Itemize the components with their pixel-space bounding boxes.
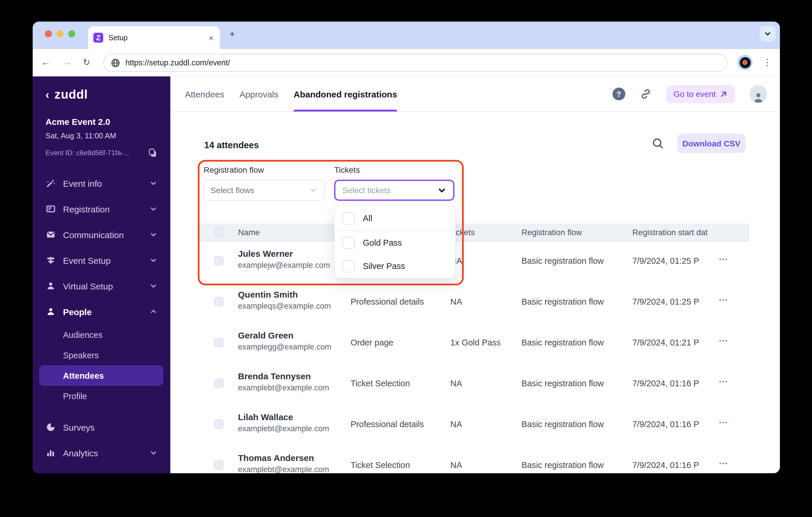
sidebar-item-people[interactable]: People <box>33 299 170 324</box>
table-row[interactable]: Thomas Andersenexamplebt@example.com Tic… <box>198 445 750 473</box>
browser-menu-button[interactable]: ⋮ <box>763 49 772 76</box>
user-avatar[interactable] <box>750 85 767 103</box>
sidebar-item-profile[interactable]: Profile <box>33 386 170 406</box>
minimize-window-button[interactable] <box>57 30 64 37</box>
chevron-up-icon <box>150 308 157 315</box>
go-to-event-button[interactable]: Go to event <box>666 85 735 103</box>
sidebar-item-event-setup[interactable]: Event Setup <box>33 248 170 273</box>
tab-close-icon[interactable]: × <box>209 33 213 42</box>
row-menu-button[interactable]: ••• <box>719 256 728 262</box>
url-text: https://setup.zuddl.com/event/ <box>125 58 230 67</box>
bar-chart-icon <box>46 448 55 458</box>
row-menu-button[interactable]: ••• <box>719 420 728 425</box>
tickets-filter-label: Tickets <box>334 165 360 174</box>
sidebar-collapse-chevron[interactable]: ‹ <box>46 89 49 102</box>
tickets-option-gold-pass[interactable]: Gold Pass <box>335 231 455 254</box>
new-tab-button[interactable]: + <box>229 29 235 40</box>
column-header-registration-flow[interactable]: Registration flow <box>522 224 582 241</box>
sidebar-item-surveys[interactable]: Surveys <box>33 414 170 440</box>
attendee-email: examplebt@example.com <box>238 465 329 473</box>
tab-attendees[interactable]: Attendees <box>185 77 224 111</box>
row-checkbox[interactable] <box>214 338 224 347</box>
back-button[interactable]: ← <box>41 49 51 76</box>
chevron-down-icon <box>150 449 157 456</box>
tab-abandoned-registrations[interactable]: Abandoned registrations <box>294 77 397 111</box>
sidebar-item-speakers[interactable]: Speakers <box>33 345 170 365</box>
tab-search-chevron-button[interactable] <box>759 26 776 41</box>
sidebar-item-label: Surveys <box>63 422 94 432</box>
drop-off-cell: Professional details <box>351 420 424 429</box>
table-row[interactable]: Quentin Smithexampleqs@example.com Profe… <box>198 282 750 323</box>
checkbox[interactable] <box>342 212 355 224</box>
row-menu-button[interactable]: ••• <box>719 460 728 466</box>
search-icon[interactable] <box>651 137 664 150</box>
drop-off-cell: Professional details <box>351 297 424 306</box>
registration-flow-cell: Basic registration flow <box>522 297 604 306</box>
copy-icon[interactable] <box>148 148 157 157</box>
table-row[interactable]: Brenda Tennysenexamplebt@example.com Tic… <box>198 364 750 404</box>
row-checkbox[interactable] <box>214 460 224 470</box>
registration-flow-placeholder: Select flows <box>210 185 254 195</box>
attendee-list-panel: 14 attendees Download CSV Name Tickets R… <box>170 112 780 473</box>
sidebar-item-communication[interactable]: Communication <box>33 222 170 248</box>
browser-tab[interactable]: Z Setup × <box>88 26 220 49</box>
close-window-button[interactable] <box>45 30 52 37</box>
checkbox[interactable] <box>342 260 355 272</box>
column-header-registration-start-date[interactable]: Registration start dat <box>632 224 721 241</box>
column-header-name[interactable]: Name <box>238 224 260 241</box>
attendee-count: 14 attendees <box>204 140 259 150</box>
registration-start-cell: 7/9/2024, 01:21 P <box>632 338 720 347</box>
zuddl-favicon-icon: Z <box>93 33 103 42</box>
attendee-name: Lilah Wallace <box>238 412 329 422</box>
select-all-checkbox[interactable] <box>214 228 224 237</box>
registration-start-cell: 7/9/2024, 01:16 P <box>632 379 720 388</box>
reload-button[interactable]: ↻ <box>83 49 90 76</box>
table-row[interactable]: Gerald Greenexamplegg@example.com Order … <box>198 323 750 364</box>
person-icon <box>753 92 764 103</box>
sidebar-item-attendees[interactable]: Attendees <box>39 365 163 386</box>
drop-off-cell: Ticket Selection <box>351 379 410 388</box>
row-checkbox[interactable] <box>214 256 224 265</box>
tickets-cell: NA <box>450 460 462 470</box>
chevron-down-icon <box>309 186 317 194</box>
drop-off-cell: Order page <box>351 338 394 347</box>
mail-icon <box>46 230 55 239</box>
row-menu-button[interactable]: ••• <box>719 338 728 344</box>
row-checkbox[interactable] <box>214 420 224 429</box>
sidebar-item-analytics[interactable]: Analytics <box>33 440 170 466</box>
sidebar-item-label: Communication <box>63 230 124 239</box>
tickets-option-silver-pass[interactable]: Silver Pass <box>335 254 455 278</box>
registration-start-cell: 7/9/2024, 01:25 P <box>632 297 720 306</box>
tickets-select[interactable]: Select tickets <box>334 180 455 201</box>
attendee-email: examplebt@example.com <box>238 424 329 433</box>
external-arrow-icon <box>720 90 727 98</box>
sidebar-item-audiences[interactable]: Audiences <box>33 324 170 345</box>
sidebar-item-label: Event info <box>63 178 102 188</box>
tickets-option-all[interactable]: All <box>335 206 455 231</box>
pie-icon <box>46 422 55 432</box>
link-icon[interactable] <box>640 88 651 100</box>
table-row[interactable]: Lilah Wallaceexamplebt@example.com Profe… <box>198 404 750 445</box>
row-checkbox[interactable] <box>214 297 224 306</box>
help-icon[interactable]: ? <box>612 88 625 100</box>
address-bar[interactable]: https://setup.zuddl.com/event/ <box>103 54 727 72</box>
tab-approvals[interactable]: Approvals <box>239 77 278 111</box>
row-menu-button[interactable]: ••• <box>719 379 728 384</box>
row-checkbox[interactable] <box>214 379 224 388</box>
browser-profile-avatar[interactable] <box>737 55 753 70</box>
sidebar-item-virtual-setup[interactable]: Virtual Setup <box>33 273 170 299</box>
browser-toolbar: ← → ↻ https://setup.zuddl.com/event/ ⋮ <box>33 49 780 77</box>
registration-flow-select[interactable]: Select flows <box>203 180 325 201</box>
download-csv-button[interactable]: Download CSV <box>677 134 746 153</box>
sidebar-item-event-info[interactable]: Event info <box>33 170 170 196</box>
zoom-window-button[interactable] <box>68 30 75 37</box>
go-to-event-label: Go to event <box>673 89 716 98</box>
sidebar-item-registration[interactable]: Registration <box>33 196 170 222</box>
row-menu-button[interactable]: ••• <box>719 297 728 303</box>
forward-button[interactable]: → <box>62 49 72 76</box>
table-row[interactable]: Jules Wernerexamplejw@example.com NA Bas… <box>198 241 750 282</box>
people-icon <box>46 307 55 317</box>
table-header: Name Tickets Registration flow Registrat… <box>198 224 750 241</box>
sidebar-item-label: Registration <box>63 204 110 214</box>
checkbox[interactable] <box>342 237 355 249</box>
